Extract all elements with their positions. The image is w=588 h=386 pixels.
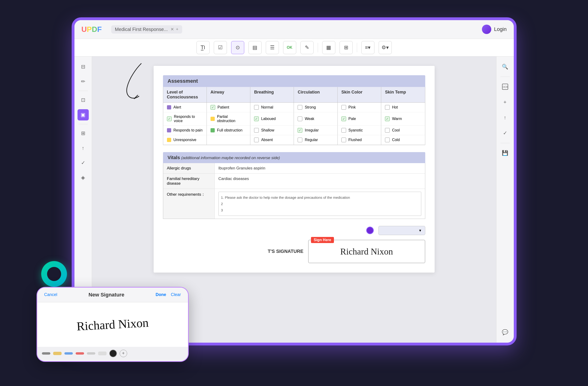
table-header-row: Level of Consciousness Airway Breathing … bbox=[163, 87, 425, 103]
settings-tool[interactable]: ⚙▾ bbox=[379, 41, 392, 54]
pen-6[interactable] bbox=[98, 352, 106, 355]
cool-checkbox[interactable] bbox=[385, 128, 390, 133]
align-tool[interactable]: ≡▾ bbox=[361, 41, 375, 54]
tab-close-icon[interactable]: ✕ bbox=[170, 27, 174, 32]
signature-box-area: T'S SIGNATURE Sign Here Richard Nixon bbox=[163, 240, 425, 263]
mobile-pen-tools: + bbox=[37, 347, 188, 360]
cell-syanotic[interactable]: Syanotic bbox=[338, 126, 381, 135]
right-comment-icon[interactable]: 💬 bbox=[500, 327, 511, 338]
cell-pink[interactable]: Pink bbox=[338, 103, 381, 112]
irregular-checkbox[interactable]: ✓ bbox=[298, 128, 302, 133]
strong-checkbox[interactable] bbox=[298, 105, 302, 110]
cell-regular[interactable]: Regular bbox=[294, 135, 337, 145]
cold-checkbox[interactable] bbox=[385, 137, 390, 142]
vitals-table: Allergic drugs Ibuprofen Granules aspiri… bbox=[163, 163, 425, 219]
shallow-checkbox[interactable] bbox=[254, 128, 259, 133]
add-color-button[interactable]: + bbox=[120, 350, 127, 357]
unresponsive-indicator bbox=[167, 138, 171, 142]
sidebar-form-icon[interactable]: ▣ bbox=[78, 109, 89, 120]
image-tool[interactable]: ▦ bbox=[322, 41, 335, 54]
right-share-icon[interactable]: ↑ bbox=[500, 112, 511, 123]
signature-box[interactable]: Sign Here Richard Nixon bbox=[308, 240, 425, 263]
cell-pale[interactable]: ✓ Pale bbox=[338, 112, 381, 126]
familial-value[interactable]: Cardiac diseases bbox=[215, 174, 425, 189]
sidebar-protect-icon[interactable]: ✓ bbox=[78, 157, 89, 168]
cell-unresponsive[interactable]: Unresponsive bbox=[163, 135, 207, 145]
allergic-value[interactable]: Ibuprofen Granules aspirin bbox=[215, 163, 425, 173]
sidebar-organize-icon[interactable]: ⊞ bbox=[78, 128, 89, 139]
signature-controls: ▾ bbox=[163, 226, 425, 235]
cell-hot[interactable]: Hot bbox=[381, 103, 425, 112]
cell-cold[interactable]: Cold bbox=[381, 135, 425, 145]
mobile-clear-button[interactable]: Clear bbox=[171, 292, 181, 297]
pink-checkbox[interactable] bbox=[341, 105, 346, 110]
patient-checkbox[interactable]: ✓ bbox=[210, 105, 215, 110]
col-consciousness: Level of Consciousness bbox=[163, 87, 207, 102]
responds-voice-checkbox[interactable]: ✓ bbox=[167, 116, 172, 121]
cell-cool[interactable]: Cool bbox=[381, 126, 425, 135]
pen-5[interactable] bbox=[87, 352, 95, 355]
hot-checkbox[interactable] bbox=[385, 105, 390, 110]
partial-indicator bbox=[210, 117, 215, 121]
checkbox-tool[interactable]: ☑ bbox=[214, 41, 227, 54]
pen-1[interactable] bbox=[42, 352, 50, 355]
signature-dropdown[interactable]: ▾ bbox=[378, 226, 425, 235]
login-button[interactable]: Login bbox=[494, 26, 507, 32]
cell-warm[interactable]: ✓ Warm bbox=[381, 112, 425, 126]
right-add-icon[interactable]: + bbox=[500, 96, 511, 108]
cell-normal[interactable]: Normal bbox=[250, 103, 294, 112]
right-search-icon[interactable]: 🔍 bbox=[500, 61, 511, 72]
cell-flushed[interactable]: Flushed bbox=[338, 135, 381, 145]
sidebar-watermark-icon[interactable]: ◈ bbox=[78, 172, 89, 183]
right-check-icon[interactable]: ✓ bbox=[500, 128, 511, 139]
other-req-line-2: 2 bbox=[221, 201, 419, 207]
table-row-1: Alert ✓ Patient Normal bbox=[163, 103, 425, 112]
radio-button[interactable] bbox=[366, 227, 374, 234]
warm-checkbox[interactable]: ✓ bbox=[385, 116, 390, 121]
text-field-tool[interactable]: T̲I bbox=[196, 41, 210, 54]
other-req-textarea[interactable]: 1. Please ask the doctor to help note th… bbox=[215, 189, 425, 219]
absent-checkbox[interactable] bbox=[254, 137, 259, 142]
sidebar-pages-icon[interactable]: ⊟ bbox=[78, 61, 89, 72]
flushed-checkbox[interactable] bbox=[341, 137, 346, 142]
weak-checkbox[interactable] bbox=[298, 116, 302, 121]
cell-alert[interactable]: Alert bbox=[163, 103, 207, 112]
syanotic-checkbox[interactable] bbox=[341, 128, 346, 133]
sidebar-export-icon[interactable]: ↑ bbox=[78, 142, 89, 154]
pen-3[interactable] bbox=[64, 352, 73, 355]
radio-tool[interactable]: ⊙ bbox=[231, 41, 244, 54]
cell-irregular[interactable]: ✓ Irregular bbox=[294, 126, 337, 135]
regular-checkbox[interactable] bbox=[298, 137, 302, 142]
mobile-actions: Done Clear bbox=[155, 292, 181, 297]
ok-stamp-tool[interactable]: OK bbox=[283, 41, 296, 54]
cell-shallow[interactable]: Shallow bbox=[250, 126, 294, 135]
cell-weak[interactable]: Weak bbox=[294, 112, 337, 126]
cell-strong[interactable]: Strong bbox=[294, 103, 337, 112]
document-tab[interactable]: Medical First Response... ✕ + bbox=[111, 25, 182, 34]
textarea-tool[interactable]: ▤ bbox=[249, 41, 262, 54]
sidebar-comment-icon[interactable]: ⊡ bbox=[78, 94, 89, 106]
cell-responds-pain[interactable]: Responds to pain bbox=[163, 126, 207, 135]
cell-partial-obstruction[interactable]: Partial obstruction bbox=[207, 112, 250, 126]
list-tool[interactable]: ☰ bbox=[266, 41, 279, 54]
right-save-icon[interactable]: 💾 bbox=[500, 147, 511, 159]
signature-tool[interactable]: ✎ bbox=[300, 41, 314, 54]
laboued-checkbox[interactable]: ✓ bbox=[254, 116, 259, 121]
cell-absent[interactable]: Absent bbox=[250, 135, 294, 145]
cell-full-obstruction[interactable]: Full obstruction bbox=[207, 126, 250, 135]
mobile-done-button[interactable]: Done bbox=[155, 292, 166, 297]
mobile-signature-canvas[interactable]: Richard Nixon bbox=[37, 302, 188, 347]
pale-checkbox[interactable]: ✓ bbox=[341, 116, 346, 121]
cell-responds-voice[interactable]: ✓ Responds to voice bbox=[163, 112, 207, 126]
cell-patient[interactable]: ✓ Patient bbox=[207, 103, 250, 112]
pen-4[interactable] bbox=[76, 352, 84, 355]
pen-2[interactable] bbox=[53, 352, 62, 355]
normal-checkbox[interactable] bbox=[254, 105, 259, 110]
grid-tool[interactable]: ⊞ bbox=[339, 41, 353, 54]
right-ocr-icon[interactable]: OCR bbox=[500, 81, 511, 92]
sidebar-edit-icon[interactable]: ✏ bbox=[78, 76, 89, 87]
tab-more-icon[interactable]: + bbox=[176, 27, 178, 32]
color-picker[interactable] bbox=[109, 350, 117, 357]
cell-laboued[interactable]: ✓ Laboued bbox=[250, 112, 294, 126]
mobile-cancel-button[interactable]: Cancel bbox=[44, 292, 57, 297]
